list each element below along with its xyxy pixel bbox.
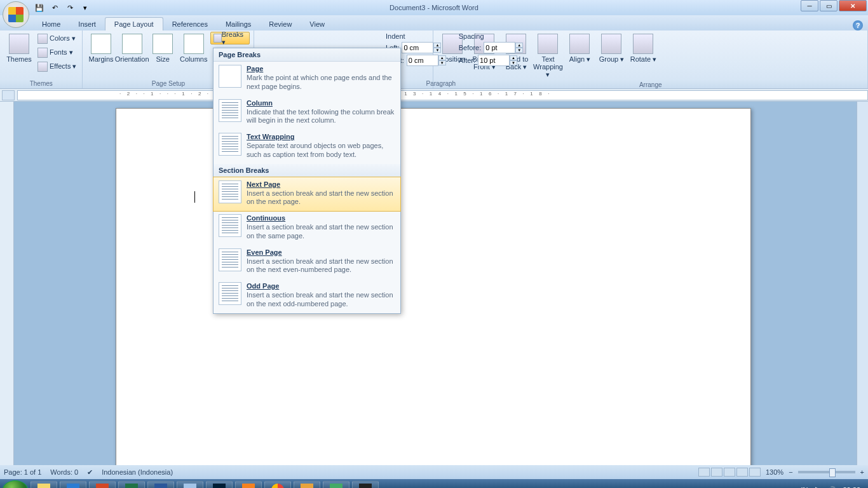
break-continuous-item[interactable]: ContinuousInsert a section break and sta… [214, 211, 400, 245]
save-icon[interactable]: 💾 [33, 2, 46, 13]
dropdown-header-page-breaks: Page Breaks [214, 48, 400, 62]
dropdown-header-section-breaks: Section Breaks [214, 164, 400, 177]
maximize-button[interactable]: ▭ [820, 0, 837, 11]
zoom-level[interactable]: 130% [766, 468, 783, 476]
break-page-item[interactable]: PageMark the point at which one page end… [214, 62, 400, 96]
vertical-ruler[interactable] [0, 102, 14, 465]
status-language[interactable]: Indonesian (Indonesia) [102, 468, 173, 476]
break-next-page-item[interactable]: Next PageInsert a section break and star… [214, 177, 400, 212]
help-icon[interactable]: ? [853, 20, 863, 30]
view-draft[interactable] [749, 468, 761, 477]
taskbar-app2[interactable] [323, 481, 349, 488]
taskbar-chrome[interactable] [264, 481, 291, 488]
taskbar-outlook[interactable] [60, 481, 86, 488]
group-themes: Themes Colors ▾ Fonts ▾ Effects ▾ Themes [0, 30, 83, 88]
start-button[interactable] [3, 480, 28, 488]
view-outline[interactable] [736, 468, 748, 477]
zoom-slider[interactable] [798, 471, 855, 473]
tab-home[interactable]: Home [33, 18, 69, 30]
redo-icon[interactable]: ↷ [64, 2, 76, 13]
view-print-layout[interactable] [698, 468, 710, 477]
quick-access-toolbar: 💾 ↶ ↷ ▾ [33, 2, 92, 13]
rotate-button[interactable]: Rotate ▾ [628, 32, 658, 80]
taskbar-word[interactable] [147, 481, 174, 488]
vertical-scrollbar[interactable] [857, 102, 868, 465]
zoom-out-button[interactable]: − [789, 468, 792, 476]
document-area[interactable] [14, 102, 857, 465]
system-tray: ▴ IN 🏳 🔊 20:33 [790, 486, 865, 489]
view-full-screen[interactable] [711, 468, 722, 477]
orientation-button[interactable]: Orientation [117, 32, 147, 79]
window-controls: ─ ▭ ✕ [799, 0, 867, 11]
horizontal-ruler[interactable]: ·2··1···1·2·3·4·5·6·7·8·9·10·11·12·13·14… [17, 90, 868, 100]
break-even-page-item[interactable]: Even PageInsert a section break and star… [214, 245, 400, 280]
taskbar-media[interactable] [235, 481, 262, 488]
spacing-before-input[interactable]: ▲▼ [484, 42, 523, 53]
taskbar-explorer[interactable] [31, 481, 57, 488]
spacing-label: Spacing [459, 32, 523, 40]
taskbar-powerpoint[interactable] [89, 481, 116, 488]
tray-volume-icon[interactable]: 🔊 [827, 486, 836, 489]
ribbon-tabs: Home Insert Page Layout References Maili… [0, 15, 868, 30]
tab-references[interactable]: References [163, 18, 217, 30]
indent-left-input[interactable]: ▲▼ [402, 42, 441, 53]
colors-button[interactable]: Colors ▾ [36, 32, 78, 45]
close-button[interactable]: ✕ [839, 0, 867, 11]
paragraph-fields: Indent Left:▲▼ Right:▲▼ Spacing Before:▲… [386, 32, 523, 66]
align-button[interactable]: Align ▾ [564, 32, 595, 80]
status-proofing-icon[interactable]: ✔ [87, 468, 93, 477]
taskbar-app[interactable] [177, 481, 203, 488]
breaks-dropdown: Page Breaks PageMark the point at which … [213, 48, 401, 314]
undo-icon[interactable]: ↶ [48, 2, 61, 13]
size-button[interactable]: Size [149, 32, 177, 79]
text-wrapping-button[interactable]: Text Wrapping ▾ [532, 32, 563, 80]
columns-button[interactable]: Columns [179, 32, 209, 79]
indent-label: Indent [386, 32, 446, 40]
ruler-toggle[interactable] [2, 90, 15, 100]
taskbar-cmd[interactable] [352, 481, 379, 488]
tab-page-layout[interactable]: Page Layout [105, 17, 163, 30]
workspace [0, 102, 868, 465]
document-page[interactable] [116, 108, 751, 465]
fonts-button[interactable]: Fonts ▾ [36, 46, 78, 59]
view-web-layout[interactable] [724, 468, 735, 477]
tab-view[interactable]: View [301, 18, 334, 30]
taskbar-foxit[interactable] [294, 481, 320, 488]
breaks-button[interactable]: Breaks ▾ [210, 32, 250, 44]
effects-button[interactable]: Effects ▾ [36, 60, 78, 73]
tray-arrow-icon[interactable]: ▴ [790, 486, 794, 489]
ruler-bar: ·2··1···1·2·3·4·5·6·7·8·9·10·11·12·13·14… [0, 89, 868, 102]
title-bar: 💾 ↶ ↷ ▾ Document3 - Microsoft Word ─ ▭ ✕ [0, 0, 868, 15]
status-words[interactable]: Words: 0 [50, 468, 78, 476]
themes-button[interactable]: Themes [4, 32, 34, 79]
status-page[interactable]: Page: 1 of 1 [4, 468, 41, 476]
spacing-after-input[interactable]: ▲▼ [478, 55, 517, 66]
text-cursor [194, 191, 195, 203]
office-button[interactable] [3, 1, 29, 28]
tab-insert[interactable]: Insert [69, 18, 105, 30]
margins-button[interactable]: Margins [86, 32, 115, 79]
break-odd-page-item[interactable]: Odd PageInsert a section break and start… [214, 279, 400, 313]
window-title: Document3 - Microsoft Word [390, 4, 478, 11]
taskbar-excel[interactable] [118, 481, 145, 488]
break-column-item[interactable]: ColumnIndicate that the text following t… [214, 96, 400, 130]
taskbar: ▴ IN 🏳 🔊 20:33 [0, 479, 868, 488]
minimize-button[interactable]: ─ [801, 0, 818, 11]
tab-mailings[interactable]: Mailings [217, 18, 260, 30]
taskbar-photoshop[interactable] [206, 481, 233, 488]
status-bar: Page: 1 of 1 Words: 0 ✔ Indonesian (Indo… [0, 465, 868, 479]
indent-right-input[interactable]: ▲▼ [407, 55, 446, 66]
group-button[interactable]: Group ▾ [596, 32, 627, 80]
qat-more-icon[interactable]: ▾ [79, 2, 92, 13]
zoom-in-button[interactable]: + [860, 468, 864, 476]
tab-review[interactable]: Review [260, 18, 301, 30]
break-text-wrapping-item[interactable]: Text WrappingSeparate text around object… [214, 130, 400, 164]
